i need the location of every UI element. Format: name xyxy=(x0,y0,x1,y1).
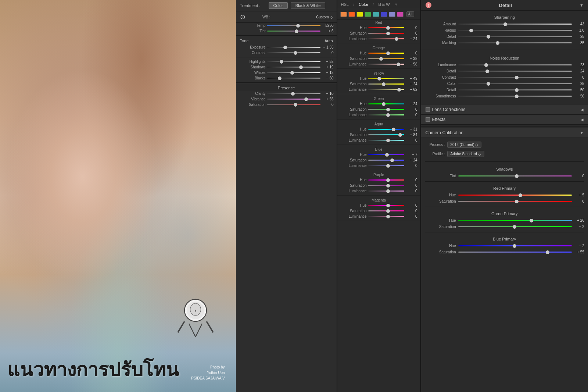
swatch-magenta[interactable] xyxy=(397,12,404,17)
tint-slider[interactable] xyxy=(267,31,320,32)
camera-calibration-chevron[interactable]: ▼ xyxy=(580,131,584,135)
lens-corrections-chevron[interactable]: ◀ xyxy=(581,108,584,112)
green-sat-slider[interactable] xyxy=(368,109,404,110)
bw-treatment-btn[interactable]: Black & White xyxy=(291,2,325,9)
green-hue-slider[interactable] xyxy=(368,103,404,104)
whites-slider[interactable] xyxy=(267,72,320,73)
tab-bw[interactable]: B & W xyxy=(378,2,390,7)
orange-hue-value: 0 xyxy=(406,51,417,55)
yellow-lum-slider[interactable] xyxy=(368,89,404,90)
color-detail-slider[interactable] xyxy=(458,89,572,90)
aqua-lum-slider[interactable] xyxy=(368,140,404,141)
swatch-orange[interactable] xyxy=(348,12,355,17)
masking-slider[interactable] xyxy=(458,42,572,43)
swatch-purple[interactable] xyxy=(389,12,395,17)
yellow-hue-label: Hue xyxy=(340,76,367,81)
temp-slider[interactable] xyxy=(267,25,320,26)
swatch-aqua[interactable] xyxy=(373,12,379,17)
green-lum-row: Luminance 0 xyxy=(337,112,420,118)
blue-hue-slider[interactable] xyxy=(368,154,404,155)
orange-hue-slider[interactable] xyxy=(368,53,404,54)
yellow-hue-slider[interactable] xyxy=(368,78,404,79)
orange-sat-slider[interactable] xyxy=(368,58,404,59)
shadows-tint-slider[interactable] xyxy=(458,175,572,177)
red-primary-hue-slider[interactable] xyxy=(458,195,572,196)
shadows-slider[interactable] xyxy=(267,67,320,68)
lens-corrections-toggle[interactable] xyxy=(426,107,430,112)
aqua-sat-slider[interactable] xyxy=(368,134,404,135)
blue-primary-sat-slider[interactable] xyxy=(458,252,572,253)
lum-detail-label: Detail xyxy=(425,69,456,73)
svg-line-3 xyxy=(178,321,184,332)
lum-nr-slider[interactable] xyxy=(458,64,572,65)
purple-sat-slider[interactable] xyxy=(368,185,404,186)
all-btn[interactable]: All xyxy=(406,11,414,17)
detail-expand-icon[interactable]: ▼ xyxy=(580,3,584,7)
magenta-lum-slider[interactable] xyxy=(368,216,404,217)
auto-btn[interactable]: Auto xyxy=(325,39,333,43)
red-hue-slider[interactable] xyxy=(368,27,404,28)
profile-value[interactable]: Adobe Standard ◇ xyxy=(447,151,484,157)
svg-text:✦: ✦ xyxy=(194,309,197,313)
treatment-row: Treatment : Color Black & White xyxy=(236,0,337,11)
effects-chevron[interactable]: ◀ xyxy=(581,118,584,122)
green-primary-sat-slider[interactable] xyxy=(458,226,572,227)
purple-hue-slider[interactable] xyxy=(368,179,404,181)
saturation-slider[interactable] xyxy=(267,104,320,105)
wb-value[interactable]: Custom ◇ xyxy=(316,15,333,19)
magenta-sat-label: Saturation xyxy=(340,209,367,213)
blue-primary-hue-slider[interactable] xyxy=(458,245,572,246)
tab-hsl[interactable]: HSL xyxy=(341,2,349,7)
vibrance-slider[interactable] xyxy=(267,99,320,100)
color-nr-value: 25 xyxy=(574,82,584,86)
swatch-green[interactable] xyxy=(365,12,371,17)
process-value[interactable]: 2012 (Current) ◇ xyxy=(447,142,482,148)
blue-primary-hue-value: − 2 xyxy=(574,244,584,248)
red-lum-slider[interactable] xyxy=(368,38,404,39)
yellow-lum-value: + 62 xyxy=(406,88,417,92)
effects-header[interactable]: Effects ◀ xyxy=(421,115,588,125)
red-sat-slider[interactable] xyxy=(368,33,404,34)
process-label: Process : xyxy=(425,143,445,147)
red-primary-sat-value: 0 xyxy=(574,199,584,203)
camera-calibration-header[interactable]: Camera Calibration ▼ xyxy=(421,128,588,138)
yellow-sat-slider[interactable] xyxy=(368,83,404,85)
orange-group: Orange Hue 0 Saturation − 38 Luminance +… xyxy=(337,45,420,69)
orange-lum-slider[interactable] xyxy=(368,64,404,65)
magenta-hue-slider[interactable] xyxy=(368,205,404,206)
contrast-slider[interactable] xyxy=(267,52,320,53)
blue-lum-row: Luminance 0 xyxy=(337,163,420,168)
yellow-sat-value: − 24 xyxy=(406,82,417,86)
blue-lum-slider[interactable] xyxy=(368,165,404,166)
exposure-slider[interactable] xyxy=(267,47,320,48)
lens-corrections-header[interactable]: Lens Corrections ◀ xyxy=(421,105,588,115)
blacks-slider[interactable] xyxy=(267,78,320,79)
swatch-blue[interactable] xyxy=(381,12,387,17)
purple-lum-slider[interactable] xyxy=(368,190,404,192)
green-group: Green Hue − 24 Saturation 0 Luminance 0 xyxy=(337,96,420,120)
red-primary-sat-slider[interactable] xyxy=(458,201,572,202)
exposure-slider-row: Exposure − 1.55 xyxy=(236,44,337,50)
swatch-red[interactable] xyxy=(340,12,347,17)
highlights-slider[interactable] xyxy=(267,61,320,62)
purple-hue-label: Hue xyxy=(340,178,367,182)
lum-detail-slider[interactable] xyxy=(458,71,572,72)
basic-panel: Treatment : Color Black & White ⊙ WB : C… xyxy=(236,0,337,392)
amount-slider[interactable] xyxy=(458,24,572,25)
tab-color[interactable]: Color xyxy=(359,2,368,7)
color-treatment-btn[interactable]: Color xyxy=(269,2,288,9)
detail-slider[interactable] xyxy=(458,36,572,37)
lum-contrast-slider[interactable] xyxy=(458,77,572,78)
green-primary-hue-slider[interactable] xyxy=(458,220,572,221)
swatch-yellow[interactable] xyxy=(356,12,363,17)
aqua-hue-slider[interactable] xyxy=(368,129,404,130)
color-nr-slider[interactable] xyxy=(458,83,572,84)
effects-toggle[interactable] xyxy=(426,117,430,122)
magenta-sat-slider[interactable] xyxy=(368,210,404,211)
green-lum-slider[interactable] xyxy=(368,114,404,115)
radius-slider[interactable] xyxy=(458,30,572,31)
smoothness-slider[interactable] xyxy=(458,96,572,97)
clarity-slider[interactable] xyxy=(267,93,320,94)
red-group: Red Hue 0 Saturation 0 Luminance + 24 xyxy=(337,19,420,43)
blue-sat-slider[interactable] xyxy=(368,160,404,161)
